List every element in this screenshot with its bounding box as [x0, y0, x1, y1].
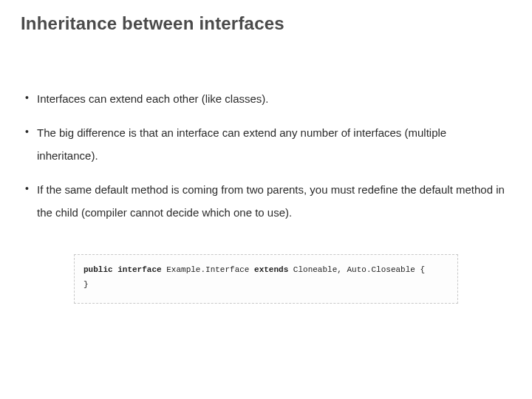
code-line: public interface Example.Interface exten…	[83, 262, 449, 278]
list-item: If the same default method is coming fro…	[24, 178, 508, 225]
code-block: public interface Example.Interface exten…	[74, 254, 458, 304]
bullet-list: Interfaces can extend each other (like c…	[21, 87, 511, 225]
list-item: The big difference is that an interface …	[24, 121, 508, 168]
code-keyword: public interface	[83, 265, 162, 274]
list-item: Interfaces can extend each other (like c…	[24, 87, 508, 111]
code-keyword: extends	[254, 265, 288, 274]
slide: Inheritance between interfaces Interface…	[0, 0, 532, 399]
code-line: }	[83, 277, 449, 293]
page-title: Inheritance between interfaces	[21, 13, 511, 34]
code-text: Example.Interface	[162, 265, 254, 274]
code-text: Cloneable, Auto.Closeable {	[288, 265, 425, 274]
